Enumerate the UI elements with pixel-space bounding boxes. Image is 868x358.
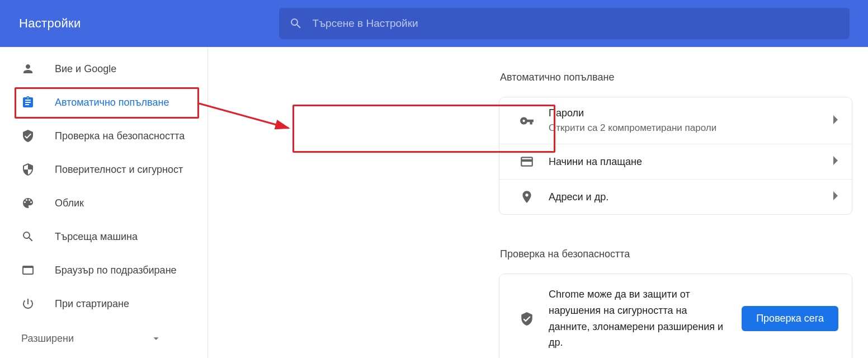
sidebar-item-label: Търсеща машина (55, 231, 138, 243)
section-title-autofill: Автоматично попълване (500, 72, 852, 83)
sidebar-item-appearance[interactable]: Облик (0, 189, 207, 217)
sidebar-item-autofill[interactable]: Автоматично попълване (0, 88, 207, 116)
shield-check-icon (520, 312, 549, 326)
clipboard-icon (21, 96, 55, 109)
sidebar-item-label: Облик (55, 197, 84, 209)
sidebar-item-safety-check[interactable]: Проверка на безопасността (0, 122, 207, 150)
page-title: Настройки (19, 16, 81, 31)
safety-check-card: Chrome може да ви защити от нарушения на… (499, 274, 852, 358)
row-subtitle: Открити са 2 компрометирани пароли (549, 123, 833, 134)
search-container[interactable] (279, 8, 850, 39)
sidebar-item-privacy-security[interactable]: Поверителност и сигурност (0, 156, 207, 183)
row-payment-methods[interactable]: Начини на плащане (499, 144, 852, 180)
sidebar-item-on-startup[interactable]: При стартиране (0, 290, 207, 318)
power-icon (21, 297, 55, 310)
sidebar-item-label: Браузър по подразбиране (55, 265, 177, 276)
chevron-right-icon (833, 115, 839, 127)
palette-icon (21, 196, 55, 210)
search-icon (289, 17, 303, 30)
browser-icon (21, 263, 55, 277)
row-title: Адреси и др. (549, 191, 833, 203)
row-title: Пароли (549, 107, 833, 119)
sidebar-item-label: Проверка на безопасността (55, 130, 185, 142)
shield-icon (21, 163, 55, 176)
shield-check-icon (21, 129, 55, 143)
row-passwords[interactable]: Пароли Открити са 2 компрометирани парол… (499, 97, 852, 144)
sidebar-item-default-browser[interactable]: Браузър по подразбиране (0, 256, 207, 284)
main-content: Автоматично попълване Пароли Открити са … (208, 47, 868, 358)
sidebar-item-you-and-google[interactable]: Вие и Google (0, 55, 207, 83)
autofill-card: Пароли Открити са 2 компрометирани парол… (499, 97, 852, 215)
sidebar-item-label: Поверителност и сигурност (55, 164, 183, 176)
sidebar: Вие и Google Автоматично попълване Прове… (0, 47, 208, 358)
safety-check-text: Chrome може да ви защити от нарушения на… (549, 286, 742, 351)
person-icon (21, 62, 55, 76)
row-addresses[interactable]: Адреси и др. (499, 180, 852, 214)
sidebar-advanced-toggle[interactable]: Разширени (0, 332, 183, 345)
row-title: Начини на плащане (549, 156, 833, 168)
chevron-right-icon (833, 191, 839, 203)
sidebar-item-label: При стартиране (55, 298, 129, 310)
sidebar-item-search-engine[interactable]: Търсеща машина (0, 223, 207, 251)
sidebar-item-label: Вие и Google (55, 63, 116, 75)
sidebar-advanced-label: Разширени (21, 333, 74, 345)
credit-card-icon (520, 154, 549, 169)
location-icon (520, 190, 549, 204)
chevron-right-icon (833, 156, 839, 168)
sidebar-item-label: Автоматично попълване (55, 97, 169, 109)
section-title-safety: Проверка на безопасността (500, 248, 852, 260)
search-input[interactable] (313, 17, 839, 30)
chevron-down-icon (150, 332, 162, 345)
search-icon (21, 230, 55, 243)
app-header: Настройки (0, 0, 868, 47)
check-now-button[interactable]: Проверка сега (742, 306, 838, 331)
key-icon (520, 114, 549, 128)
